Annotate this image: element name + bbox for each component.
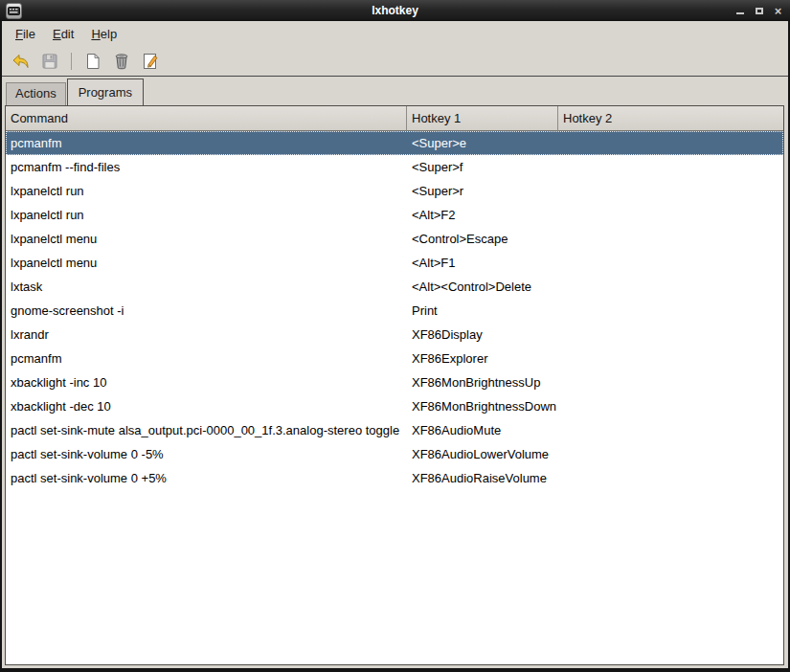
table-row[interactable]: gnome-screenshot -i Print [6, 299, 783, 323]
table-row[interactable]: lxtask <Alt><Control>Delete [6, 275, 783, 299]
command-cell: lxrandr [6, 327, 407, 342]
command-cell: pcmanfm [6, 351, 407, 366]
command-cell: lxtask [6, 280, 407, 294]
command-cell: lxpanelctl menu [6, 232, 407, 246]
hotkey1-cell: <Super>e [407, 136, 558, 150]
table-row[interactable]: pcmanfm --find-files <Super>f [6, 155, 783, 179]
hotkey1-cell: XF86AudioRaiseVolume [407, 471, 558, 485]
save-button [37, 50, 62, 73]
table-row[interactable]: xbacklight -dec 10 XF86MonBrightnessDown [6, 394, 783, 418]
close-icon: × [775, 5, 782, 17]
table-row[interactable]: pactl set-sink-volume 0 -5% XF86AudioLow… [6, 442, 783, 466]
tab-actions[interactable]: Actions [6, 82, 66, 105]
toolbar-separator [71, 53, 72, 70]
menu-edit[interactable]: Edit [44, 23, 82, 45]
hotkey1-cell: Print [407, 303, 558, 318]
minimize-button[interactable] [734, 5, 746, 17]
window-title: lxhotkey [0, 0, 790, 21]
table-row[interactable]: xbacklight -inc 10 XF86MonBrightnessUp [6, 370, 783, 394]
hotkey-table: Command Hotkey 1 Hotkey 2 pcmanfm <Super… [5, 105, 784, 665]
table-body: pcmanfm <Super>e pcmanfm --find-files <S… [6, 131, 783, 664]
edit-button[interactable] [138, 50, 163, 73]
hotkey1-cell: XF86AudioLowerVolume [407, 447, 558, 461]
command-cell: lxpanelctl menu [6, 256, 407, 270]
window-body: File Edit Help [2, 21, 788, 668]
table-row[interactable]: pactl set-sink-mute alsa_output.pci-0000… [6, 418, 783, 442]
save-icon [40, 52, 59, 71]
column-header-hotkey1[interactable]: Hotkey 1 [407, 106, 558, 131]
edit-icon [141, 52, 160, 71]
keyboard-icon [8, 5, 20, 17]
menu-help[interactable]: Help [82, 23, 125, 45]
command-cell: pactl set-sink-volume 0 -5% [6, 447, 407, 461]
command-cell: xbacklight -inc 10 [6, 375, 407, 390]
table-row[interactable]: lxpanelctl run <Alt>F2 [6, 203, 783, 227]
command-cell: pcmanfm [6, 136, 407, 150]
table-header: Command Hotkey 1 Hotkey 2 [6, 106, 783, 131]
menubar: File Edit Help [2, 21, 788, 47]
hotkey1-cell: XF86MonBrightnessDown [407, 399, 558, 414]
tab-programs[interactable]: Programs [67, 78, 144, 105]
command-cell: pcmanfm --find-files [6, 160, 407, 174]
undo-icon [11, 52, 31, 71]
command-cell: pactl set-sink-mute alsa_output.pci-0000… [6, 423, 407, 437]
column-header-command[interactable]: Command [6, 106, 407, 131]
trash-icon [112, 52, 131, 71]
undo-button[interactable] [9, 50, 34, 73]
command-cell: gnome-screenshot -i [6, 303, 407, 318]
window-controls: × [734, 5, 784, 17]
hotkey1-cell: XF86MonBrightnessUp [407, 375, 558, 390]
table-row[interactable]: pactl set-sink-volume 0 +5% XF86AudioRai… [6, 466, 783, 490]
command-cell: xbacklight -dec 10 [6, 399, 407, 414]
table-row[interactable]: lxrandr XF86Display [6, 323, 783, 347]
titlebar: lxhotkey × [0, 0, 790, 21]
hotkey1-cell: XF86Display [407, 327, 558, 342]
column-header-hotkey2[interactable]: Hotkey 2 [558, 106, 783, 131]
table-row[interactable]: pcmanfm <Super>e [6, 131, 783, 155]
window-frame-bottom [0, 668, 790, 672]
hotkey1-cell: <Alt><Control>Delete [407, 280, 558, 294]
hotkey1-cell: <Super>r [407, 184, 558, 198]
table-row[interactable]: pcmanfm XF86Explorer [6, 347, 783, 370]
command-cell: lxpanelctl run [6, 208, 407, 222]
tabstrip: Actions Programs [2, 77, 788, 105]
close-button[interactable]: × [772, 5, 784, 17]
menu-file[interactable]: File [7, 23, 44, 45]
hotkey1-cell: XF86Explorer [407, 351, 558, 366]
window-menu-button[interactable] [6, 3, 22, 19]
new-button[interactable] [80, 50, 105, 73]
hotkey1-cell: <Super>f [407, 160, 558, 174]
table-row[interactable]: lxpanelctl run <Super>r [6, 179, 783, 203]
hotkey1-cell: XF86AudioMute [407, 423, 558, 437]
minimize-icon [736, 12, 744, 14]
hotkey1-cell: <Control>Escape [407, 232, 558, 246]
command-cell: lxpanelctl run [6, 184, 407, 198]
new-document-icon [83, 52, 102, 71]
hotkey1-cell: <Alt>F2 [407, 208, 558, 222]
table-row[interactable]: lxpanelctl menu <Alt>F1 [6, 251, 783, 275]
maximize-icon [756, 8, 763, 14]
table-row[interactable]: lxpanelctl menu <Control>Escape [6, 227, 783, 251]
maximize-button[interactable] [753, 5, 765, 17]
command-cell: pactl set-sink-volume 0 +5% [6, 471, 407, 485]
toolbar [2, 47, 788, 77]
hotkey1-cell: <Alt>F1 [407, 256, 558, 270]
delete-button[interactable] [109, 50, 134, 73]
